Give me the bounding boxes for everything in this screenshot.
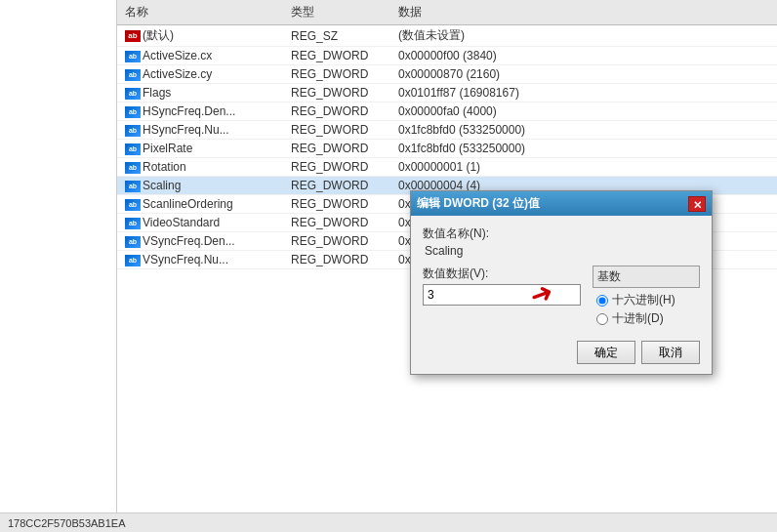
cell-name: ab(默认): [117, 26, 283, 45]
dword-icon: ab: [125, 181, 141, 192]
cell-type: REG_DWORD: [283, 178, 390, 193]
dword-icon: ab: [125, 125, 141, 137]
dialog-input-row: 数值数据(V): 基数 十六进制(H) 十进制(D): [423, 266, 700, 329]
cell-data: 0x00000001 (1): [390, 159, 777, 175]
cell-type: REG_DWORD: [283, 122, 390, 138]
cancel-button[interactable]: 取消: [641, 341, 700, 364]
hex-radio-label: 十六进制(H): [612, 292, 675, 308]
header-name: 名称: [117, 2, 283, 22]
dialog-titlebar: 编辑 DWORD (32 位)值 ✕: [411, 191, 712, 216]
table-row[interactable]: abHSyncFreq.Den... REG_DWORD 0x00000fa0 …: [117, 102, 777, 121]
cell-type: REG_SZ: [283, 28, 390, 44]
cell-type: REG_DWORD: [283, 196, 390, 212]
cell-name: abPixelRate: [117, 141, 283, 156]
cell-name: abActiveSize.cx: [117, 48, 283, 63]
cell-name: abFlags: [117, 85, 283, 101]
cell-name: abVideoStandard: [117, 215, 283, 230]
cell-name: abHSyncFreq.Den...: [117, 103, 283, 119]
cell-type: REG_DWORD: [283, 252, 390, 267]
dword-icon: ab: [125, 162, 141, 174]
cell-data: 0x00000f00 (3840): [390, 48, 777, 63]
cell-type: REG_DWORD: [283, 85, 390, 101]
dword-icon: ab: [125, 51, 141, 62]
cell-name: abScanlineOrdering: [117, 196, 283, 212]
value-data-input[interactable]: [423, 284, 581, 306]
table-row[interactable]: abPixelRate REG_DWORD 0x1fc8bfd0 (533250…: [117, 140, 777, 158]
cell-name: abVSyncFreq.Nu...: [117, 252, 283, 267]
cell-data: 0x0101ff87 (16908167): [390, 85, 777, 101]
table-row[interactable]: ab(默认) REG_SZ (数值未设置): [117, 25, 777, 47]
left-panel: [0, 0, 117, 512]
dword-icon: ab: [125, 199, 141, 211]
cell-name: abRotation: [117, 159, 283, 175]
table-row[interactable]: abRotation REG_DWORD 0x00000001 (1): [117, 158, 777, 177]
table-row[interactable]: abHSyncFreq.Nu... REG_DWORD 0x1fc8bfd0 (…: [117, 121, 777, 140]
cell-type: REG_DWORD: [283, 103, 390, 119]
dword-icon: ab: [125, 106, 141, 118]
value-name-value: Scaling: [423, 244, 700, 258]
table-row[interactable]: abActiveSize.cx REG_DWORD 0x00000f00 (38…: [117, 47, 777, 65]
dword-icon: ab: [125, 143, 141, 155]
cell-name: abHSyncFreq.Nu...: [117, 122, 283, 138]
dialog-left-col: 数值数据(V):: [423, 266, 581, 306]
dec-radio[interactable]: [596, 313, 608, 325]
dialog-body: 数值名称(N): Scaling 数值数据(V): 基数 十六进制(H) 十进制…: [411, 216, 712, 374]
cell-type: REG_DWORD: [283, 48, 390, 63]
table-header: 名称 类型 数据: [117, 0, 777, 25]
dword-icon: ab: [125, 69, 141, 81]
dialog-title: 编辑 DWORD (32 位)值: [417, 195, 540, 212]
header-type: 类型: [283, 2, 390, 22]
cell-data: 0x00000fa0 (4000): [390, 103, 777, 119]
ab-icon: ab: [125, 30, 141, 42]
cell-name: abVSyncFreq.Den...: [117, 233, 283, 249]
ok-button[interactable]: 确定: [577, 341, 635, 364]
cell-data: (数值未设置): [390, 26, 777, 45]
cell-data: 0x1fc8bfd0 (533250000): [390, 122, 777, 138]
base-label: 基数: [593, 266, 700, 288]
dialog-right-col: 基数 十六进制(H) 十进制(D): [593, 266, 700, 329]
cell-name: abActiveSize.cy: [117, 66, 283, 82]
value-name-label: 数值名称(N):: [423, 225, 700, 242]
dialog-buttons: 确定 取消: [423, 341, 700, 364]
hex-radio-option[interactable]: 十六进制(H): [596, 292, 696, 308]
value-data-label: 数值数据(V):: [423, 266, 581, 282]
dword-icon: ab: [125, 255, 141, 266]
cell-data: 0x1fc8bfd0 (533250000): [390, 141, 777, 156]
cell-data: 0x00000870 (2160): [390, 66, 777, 82]
status-bar: 178CC2F570B53AB1EA: [0, 512, 777, 532]
cell-type: REG_DWORD: [283, 215, 390, 230]
cell-type: REG_DWORD: [283, 141, 390, 156]
edit-dword-dialog: 编辑 DWORD (32 位)值 ✕ 数值名称(N): Scaling 数值数据…: [410, 190, 713, 375]
dword-icon: ab: [125, 236, 141, 248]
table-row[interactable]: abActiveSize.cy REG_DWORD 0x00000870 (21…: [117, 65, 777, 84]
dec-radio-option[interactable]: 十进制(D): [596, 310, 696, 327]
cell-name: abScaling: [117, 178, 283, 193]
table-row[interactable]: abFlags REG_DWORD 0x0101ff87 (16908167): [117, 84, 777, 102]
cell-type: REG_DWORD: [283, 66, 390, 82]
dialog-close-button[interactable]: ✕: [688, 196, 706, 212]
header-data: 数据: [390, 2, 777, 22]
status-text: 178CC2F570B53AB1EA: [8, 517, 125, 529]
cell-type: REG_DWORD: [283, 233, 390, 249]
cell-type: REG_DWORD: [283, 159, 390, 175]
dword-icon: ab: [125, 218, 141, 229]
dword-icon: ab: [125, 88, 141, 100]
hex-radio[interactable]: [596, 295, 608, 307]
dec-radio-label: 十进制(D): [612, 310, 664, 327]
